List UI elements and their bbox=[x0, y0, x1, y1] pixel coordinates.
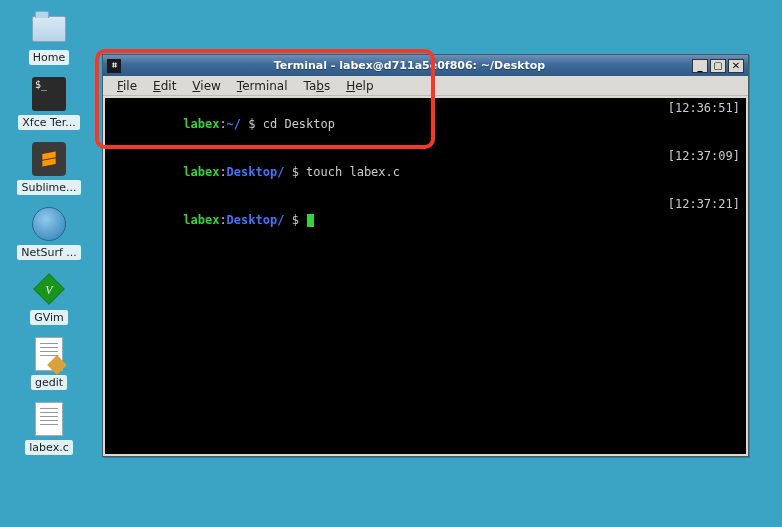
sublime-app-icon bbox=[30, 140, 68, 178]
icon-label: Home bbox=[29, 50, 69, 65]
icon-label: labex.c bbox=[25, 440, 72, 455]
menu-tabs[interactable]: Tabs bbox=[296, 77, 339, 95]
menu-terminal[interactable]: Terminal bbox=[229, 77, 296, 95]
timestamp: [12:36:51] bbox=[668, 100, 740, 148]
sublime-text-icon[interactable]: Sublime... bbox=[14, 140, 84, 195]
icon-label: NetSurf ... bbox=[17, 245, 81, 260]
folder-icon bbox=[30, 10, 68, 48]
terminal-body-frame: labex:~/ $ cd Desktop [12:36:51] labex:D… bbox=[103, 96, 748, 456]
labex-c-file-icon[interactable]: labex.c bbox=[14, 400, 84, 455]
window-app-icon: ⌗ bbox=[107, 59, 121, 73]
terminal-line: labex:~/ $ cd Desktop [12:36:51] bbox=[111, 100, 740, 148]
vim-app-icon: V bbox=[30, 270, 68, 308]
desktop-icons-column: Home Xfce Ter... Sublime... NetSurf ... … bbox=[14, 10, 84, 465]
terminal-body[interactable]: labex:~/ $ cd Desktop [12:36:51] labex:D… bbox=[105, 98, 746, 454]
minimize-button[interactable]: _ bbox=[692, 59, 708, 73]
globe-icon bbox=[30, 205, 68, 243]
gedit-icon[interactable]: gedit bbox=[14, 335, 84, 390]
icon-label: gedit bbox=[31, 375, 67, 390]
menu-edit[interactable]: Edit bbox=[145, 77, 184, 95]
icon-label: Xfce Ter... bbox=[18, 115, 79, 130]
gvim-icon[interactable]: V GVim bbox=[14, 270, 84, 325]
window-titlebar[interactable]: ⌗ Terminal - labex@d711a5e0f806: ~/Deskt… bbox=[103, 55, 748, 76]
timestamp: [12:37:21] bbox=[668, 196, 740, 244]
text-editor-icon bbox=[30, 335, 68, 373]
icon-label: GVim bbox=[30, 310, 68, 325]
c-file-icon bbox=[30, 400, 68, 438]
terminal-window: ⌗ Terminal - labex@d711a5e0f806: ~/Deskt… bbox=[102, 54, 749, 457]
terminal-line: labex:Desktop/ $ touch labex.c [12:37:09… bbox=[111, 148, 740, 196]
cursor bbox=[307, 214, 314, 227]
menu-help[interactable]: Help bbox=[338, 77, 381, 95]
window-buttons: _ ▢ ✕ bbox=[692, 59, 744, 73]
icon-label: Sublime... bbox=[17, 180, 80, 195]
home-folder-icon[interactable]: Home bbox=[14, 10, 84, 65]
timestamp: [12:37:09] bbox=[668, 148, 740, 196]
window-title: Terminal - labex@d711a5e0f806: ~/Desktop bbox=[127, 59, 692, 72]
menu-view[interactable]: View bbox=[184, 77, 228, 95]
terminal-line: labex:Desktop/ $ [12:37:21] bbox=[111, 196, 740, 244]
close-button[interactable]: ✕ bbox=[728, 59, 744, 73]
menubar: File Edit View Terminal Tabs Help bbox=[103, 76, 748, 96]
menu-file[interactable]: File bbox=[109, 77, 145, 95]
maximize-button[interactable]: ▢ bbox=[710, 59, 726, 73]
terminal-app-icon bbox=[30, 75, 68, 113]
xfce-terminal-icon[interactable]: Xfce Ter... bbox=[14, 75, 84, 130]
netsurf-icon[interactable]: NetSurf ... bbox=[14, 205, 84, 260]
